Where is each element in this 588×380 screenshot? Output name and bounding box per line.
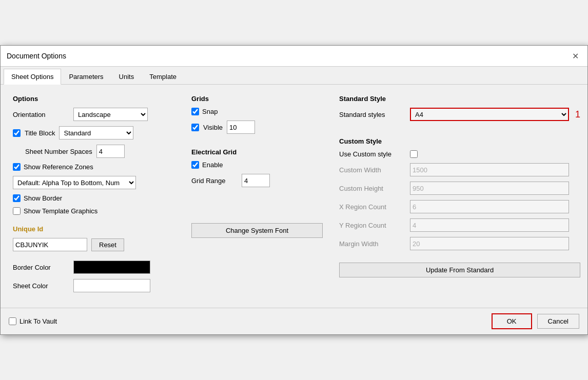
grid-range-row: Grid Range 4 — [191, 174, 323, 187]
margin-width-label: Margin Width — [339, 240, 406, 248]
custom-width-row: Custom Width 1500 — [339, 163, 580, 176]
link-to-vault-checkbox[interactable] — [9, 317, 16, 325]
unique-id-section: Unique Id CBJUNYIK Reset — [13, 225, 175, 256]
custom-height-label: Custom Height — [339, 185, 406, 192]
snap-label: Snap — [202, 108, 218, 115]
use-custom-style-checkbox[interactable] — [410, 150, 418, 158]
sheet-color-label: Sheet Color — [13, 282, 69, 290]
visible-row: Visible 10 — [191, 121, 323, 134]
left-panel: Options Orientation Landscape Portrait T… — [7, 91, 181, 302]
dialog-footer: Link To Vault OK Cancel — [1, 308, 587, 334]
custom-height-row: Custom Height 950 — [339, 182, 580, 195]
snap-checkbox[interactable] — [191, 108, 199, 115]
show-border-checkbox[interactable] — [13, 194, 21, 202]
ref-zone-dropdown[interactable]: Default: Alpha Top to Bottom, Num — [13, 176, 136, 189]
cancel-button[interactable]: Cancel — [537, 314, 579, 329]
enable-label: Enable — [202, 161, 223, 169]
close-button[interactable]: ✕ — [569, 50, 581, 62]
show-border-row: Show Border — [13, 194, 175, 202]
y-region-count-input[interactable]: 4 — [410, 218, 569, 232]
standard-styles-label: Standard styles — [339, 111, 406, 118]
orientation-label: Orientation — [13, 111, 69, 118]
unique-id-row: CBJUNYIK Reset — [13, 238, 175, 251]
sheet-number-spaces-row: Sheet Number Spaces 4 — [25, 145, 175, 158]
snap-row: Snap — [191, 108, 323, 115]
enable-checkbox[interactable] — [191, 161, 199, 169]
use-custom-style-row: Use Custom style — [339, 150, 580, 158]
visible-input[interactable]: 10 — [227, 121, 255, 134]
orientation-select[interactable]: Landscape Portrait — [73, 108, 148, 121]
margin-width-row: Margin Width 20 — [339, 237, 580, 250]
show-template-graphics-label: Show Template Graphics — [24, 207, 97, 215]
tab-sheet-options[interactable]: Sheet Options — [4, 69, 61, 85]
show-template-graphics-row: Show Template Graphics — [13, 207, 175, 215]
link-to-vault-label: Link To Vault — [19, 317, 57, 325]
sheet-color-swatch[interactable] — [73, 279, 150, 292]
border-color-label: Border Color — [13, 264, 69, 271]
grids-title: Grids — [191, 95, 323, 103]
grid-range-label: Grid Range — [191, 177, 238, 185]
y-region-count-label: Y Region Count — [339, 222, 406, 229]
unique-id-input[interactable]: CBJUNYIK — [13, 238, 87, 251]
right-panel: Standard Style Standard styles A4 A3 A2 … — [333, 91, 586, 302]
custom-height-input[interactable]: 950 — [410, 182, 569, 195]
title-block-row: Title Block Standard None — [13, 126, 175, 139]
show-reference-zones-row: Show Reference Zones — [13, 163, 175, 171]
middle-panel: Grids Snap Visible 10 Electrical Grid En… — [185, 91, 329, 302]
show-border-label: Show Border — [24, 194, 62, 202]
title-block-select[interactable]: Standard None — [59, 126, 133, 139]
orientation-row: Orientation Landscape Portrait — [13, 108, 175, 121]
unique-id-title: Unique Id — [13, 225, 175, 233]
y-region-count-row: Y Region Count 4 — [339, 218, 580, 232]
custom-width-input[interactable]: 1500 — [410, 163, 569, 176]
title-bar: Document Options ✕ — [1, 46, 587, 67]
electrical-grid-title: Electrical Grid — [191, 148, 323, 156]
margin-width-input[interactable]: 20 — [410, 237, 569, 250]
sheet-number-spaces-input[interactable]: 4 — [96, 145, 125, 158]
tabs-bar: Sheet Options Parameters Units Template — [1, 67, 587, 85]
use-custom-style-label: Use Custom style — [339, 150, 406, 158]
x-region-count-input[interactable]: 6 — [410, 200, 569, 213]
tab-template[interactable]: Template — [142, 69, 184, 84]
show-template-graphics-checkbox[interactable] — [13, 207, 21, 215]
sheet-color-row: Sheet Color — [13, 279, 175, 292]
title-block-checkbox[interactable] — [13, 129, 21, 137]
dialog-content: Options Orientation Landscape Portrait T… — [1, 85, 587, 308]
visible-label: Visible — [203, 124, 223, 131]
show-reference-zones-label: Show Reference Zones — [24, 163, 93, 171]
change-system-font-button[interactable]: Change System Font — [191, 223, 323, 238]
standard-styles-row: Standard styles A4 A3 A2 A1 A0 Letter Le… — [339, 108, 580, 121]
title-block-label: Title Block — [25, 129, 55, 137]
options-title: Options — [13, 95, 175, 103]
border-color-swatch[interactable] — [73, 261, 150, 274]
custom-style-title: Custom Style — [339, 137, 580, 145]
reset-button[interactable]: Reset — [91, 238, 124, 251]
show-reference-zones-checkbox[interactable] — [13, 163, 21, 171]
standard-style-title: Standard Style — [339, 95, 580, 103]
tab-units[interactable]: Units — [111, 69, 142, 84]
tab-parameters[interactable]: Parameters — [61, 69, 111, 84]
dialog-title: Document Options — [7, 52, 66, 60]
standard-styles-select[interactable]: A4 A3 A2 A1 A0 Letter Ledger — [410, 108, 569, 121]
ref-zone-dropdown-row: Default: Alpha Top to Bottom, Num — [13, 176, 175, 189]
ok-button[interactable]: OK — [492, 313, 532, 329]
footer-left: Link To Vault — [9, 317, 486, 325]
custom-width-label: Custom Width — [339, 166, 406, 174]
update-from-standard-button[interactable]: Update From Standard — [339, 263, 580, 277]
sheet-number-spaces-label: Sheet Number Spaces — [25, 148, 92, 155]
standard-styles-badge: 1 — [575, 109, 580, 120]
enable-row: Enable — [191, 161, 323, 169]
x-region-count-label: X Region Count — [339, 203, 406, 211]
grid-range-input[interactable]: 4 — [242, 174, 270, 187]
x-region-count-row: X Region Count 6 — [339, 200, 580, 213]
visible-checkbox[interactable] — [191, 124, 199, 131]
document-options-dialog: Document Options ✕ Sheet Options Paramet… — [0, 45, 588, 335]
border-color-row: Border Color — [13, 261, 175, 274]
